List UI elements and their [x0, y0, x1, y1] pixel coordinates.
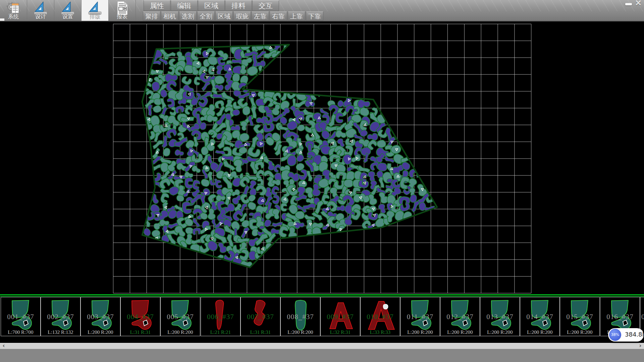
- scroll-left-icon[interactable]: ‹: [1, 343, 7, 349]
- thumbnail-cell-014_#37[interactable]: 014_#37L:200 R:200: [520, 297, 560, 336]
- main-button-报表[interactable]: 报表: [109, 0, 136, 21]
- piece-lr-label: L:31 R:31: [241, 329, 280, 335]
- tool-button-聚排[interactable]: 聚排: [143, 11, 160, 21]
- main-button-设计[interactable]: 设计: [27, 0, 54, 21]
- nesting-canvas-area[interactable]: [0, 21, 644, 294]
- piece-lr-label: L:200 R:200: [400, 329, 440, 335]
- tool-button-左靠[interactable]: 左靠: [252, 11, 269, 21]
- tool-button-右靠[interactable]: 右靠: [270, 11, 287, 21]
- nested-pieces-layer: [142, 39, 435, 270]
- piece-lr-label: L:33 R:33: [361, 329, 400, 335]
- status-bar: [0, 349, 644, 362]
- memory-usage-widget[interactable]: 38% 384.8M: [608, 328, 644, 342]
- piece-id-label: 004_#37: [121, 313, 160, 321]
- nesting-canvas[interactable]: [0, 21, 644, 294]
- menu-tab-bar: 属性编辑区域排料交互: [144, 0, 279, 11]
- thumbnail-cell-015_#37[interactable]: 015_#37L:200 R:200: [560, 297, 600, 336]
- thumbnail-cell-006_#37[interactable]: 006_#37L:21 R:21: [201, 297, 240, 336]
- main-button-设置[interactable]: 设置: [54, 0, 82, 21]
- tool-button-bar: 聚排相机选割全割区域瑕疵左靠右靠上靠下靠: [143, 11, 324, 21]
- piece-id-label: 015_#37: [560, 313, 599, 321]
- piece-lr-label: L:31 R:31: [121, 329, 160, 335]
- tool-button-区域[interactable]: 区域: [215, 11, 233, 21]
- thumbnail-cell-012_#37[interactable]: 012_#37L:200 R:200: [440, 297, 480, 336]
- thumbnail-cell-009_#37[interactable]: 009_#37L:32 R:31: [320, 297, 360, 336]
- main-button-label: 设计: [27, 13, 54, 20]
- piece-lr-label: L:200 R:200: [281, 329, 320, 335]
- menu-tab-交互[interactable]: 交互: [252, 0, 279, 11]
- main-toolbar: 系统 设计 设置 排版 报表: [0, 0, 136, 21]
- strip-border-line: [0, 294, 644, 295]
- piece-lr-label: L:132 R:132: [41, 329, 80, 335]
- piece-lr-label: L:200 R:200: [480, 329, 520, 335]
- piece-id-label: 011_#37: [400, 313, 440, 321]
- main-button-排版[interactable]: 排版: [82, 0, 109, 21]
- tool-button-瑕疵[interactable]: 瑕疵: [233, 11, 251, 21]
- toolbar-corner-notch: [0, 18, 4, 21]
- tool-button-选割[interactable]: 选割: [179, 11, 197, 21]
- piece-lr-label: L:200 R:200: [520, 329, 559, 335]
- piece-lr-label: L:200 R:200: [81, 329, 120, 335]
- piece-id-label: 005_#37: [161, 313, 200, 321]
- menu-tab-区域[interactable]: 区域: [198, 0, 225, 11]
- menu-tab-编辑[interactable]: 编辑: [171, 0, 198, 11]
- piece-id-label: 016_#37: [600, 313, 640, 321]
- piece-lr-label: L:200 R:200: [440, 329, 480, 335]
- tool-button-全割[interactable]: 全割: [197, 11, 215, 21]
- main-button-系统[interactable]: 系统: [0, 0, 27, 21]
- piece-id-label: 0: [641, 313, 644, 321]
- menu-tab-排料[interactable]: 排料: [225, 0, 252, 11]
- scroll-right-icon[interactable]: ›: [637, 343, 643, 349]
- thumbnail-cell-004_#37[interactable]: 004_#37L:31 R:31: [120, 297, 160, 336]
- piece-id-label: 002_#37: [41, 313, 80, 321]
- piece-id-label: 001_#37: [1, 313, 40, 321]
- memory-percent-badge: 38%: [609, 329, 621, 341]
- piece-thumbnail-strip: 001_#37L:700 R:700 002_#37L:132 R:132 00…: [0, 294, 644, 343]
- thumbnail-cell-007_#37[interactable]: 007_#37L:31 R:31: [240, 297, 280, 336]
- piece-lr-label: L:21 R:21: [201, 329, 240, 335]
- tool-button-上靠[interactable]: 上靠: [288, 11, 305, 21]
- thumbnail-cell-001_#37[interactable]: 001_#37L:700 R:700: [1, 297, 41, 336]
- menu-tab-属性[interactable]: 属性: [144, 0, 170, 11]
- app-window: 系统 设计 设置 排版 报表 属性编辑区域排料交互 聚排相机选割全割区域瑕疵左靠…: [0, 0, 644, 362]
- thumbnail-cell-005_#37[interactable]: 005_#37L:200 R:200: [160, 297, 200, 336]
- piece-id-label: 003_#37: [81, 313, 120, 321]
- piece-id-label: 007_#37: [241, 313, 280, 321]
- strip-border-line: [0, 296, 644, 297]
- titlebar: 系统 设计 设置 排版 报表 属性编辑区域排料交互 聚排相机选割全割区域瑕疵左靠…: [0, 0, 644, 21]
- thumbnail-cell-002_#37[interactable]: 002_#37L:132 R:132: [41, 297, 80, 336]
- piece-id-label: 008_#37: [281, 313, 320, 321]
- thumbnail-cell-003_#37[interactable]: 003_#37L:200 R:200: [80, 297, 120, 336]
- piece-id-label: 010_#37: [361, 313, 400, 321]
- thumbnail-cell-008_#37[interactable]: 008_#37L:200 R:200: [280, 297, 320, 336]
- horizontal-scrollbar[interactable]: ‹ ›: [0, 343, 644, 349]
- tool-button-下靠[interactable]: 下靠: [306, 11, 323, 21]
- piece-id-label: 006_#37: [201, 313, 240, 321]
- main-button-label: 排版: [82, 13, 108, 20]
- piece-lr-label: L:200 R:200: [560, 329, 599, 335]
- thumbnail-cell-010_#37[interactable]: 010_#37L:33 R:33: [360, 297, 400, 336]
- tool-button-相机[interactable]: 相机: [161, 11, 178, 21]
- piece-lr-label: L:32 R:31: [321, 329, 360, 335]
- piece-id-label: 014_#37: [520, 313, 559, 321]
- piece-id-label: 009_#37: [321, 313, 360, 321]
- piece-id-label: 013_#37: [480, 313, 520, 321]
- piece-id-label: 012_#37: [440, 313, 480, 321]
- main-button-label: 设置: [54, 13, 81, 20]
- piece-lr-label: L:200 R:200: [161, 329, 200, 335]
- minimize-icon[interactable]: [625, 3, 632, 5]
- close-icon[interactable]: ✕: [634, 0, 643, 7]
- main-button-label: 报表: [109, 13, 136, 20]
- thumbnail-cell-013_#37[interactable]: 013_#37L:200 R:200: [480, 297, 520, 336]
- thumbnail-cell-011_#37[interactable]: 011_#37L:200 R:200: [400, 297, 440, 336]
- memory-size-label: 384.8M: [625, 331, 644, 338]
- piece-lr-label: L:700 R:700: [1, 329, 40, 335]
